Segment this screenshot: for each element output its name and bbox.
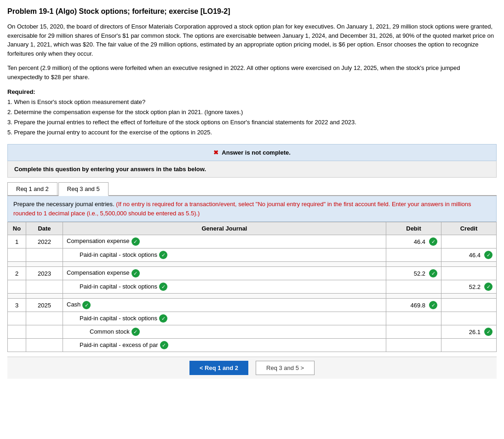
row-number	[8, 248, 26, 262]
row-number	[8, 339, 26, 352]
table-row: Paid-in capital - stock options✓	[8, 312, 497, 325]
journal-entry-account[interactable]: Compensation expense✓	[63, 235, 386, 248]
col-header-journal: General Journal	[63, 222, 386, 235]
debit-value[interactable]	[386, 248, 441, 262]
credit-value[interactable]: 52.2✓	[441, 280, 497, 294]
table-row: 32025Cash✓469.8✓	[8, 299, 497, 312]
journal-table: No Date General Journal Debit Credit 120…	[7, 222, 497, 352]
required-label: Required:	[7, 88, 35, 95]
journal-entry-account[interactable]: Paid-in capital - stock options✓	[63, 248, 386, 262]
journal-entry-account[interactable]: Cash✓	[63, 299, 386, 312]
table-row: Paid-in capital - stock options✓46.4✓	[8, 248, 497, 262]
answer-banner-text: Answer is not complete.	[222, 149, 291, 156]
tab-req-3-5[interactable]: Req 3 and 5	[58, 182, 109, 196]
row-date	[26, 325, 63, 339]
credit-value[interactable]: 26.1✓	[441, 325, 497, 339]
scenario-paragraph: Ten percent (2.9 million) of the options…	[7, 64, 497, 81]
req-1: 1. When is Ensor's stock option measurem…	[7, 98, 145, 105]
journal-check-icon: ✓	[132, 328, 140, 336]
error-icon: ✖	[213, 149, 218, 156]
nav-buttons: < Req 1 and 2 Req 3 and 5 >	[7, 357, 497, 379]
table-header-row: No Date General Journal Debit Credit	[8, 222, 497, 235]
req-3: 3. Prepare the journal entries to reflec…	[7, 119, 356, 126]
debit-check-icon: ✓	[429, 301, 437, 309]
debit-value[interactable]: 52.2✓	[386, 267, 441, 280]
credit-value[interactable]	[441, 339, 497, 352]
page-title: Problem 19-1 (Algo) Stock options; forfe…	[7, 7, 497, 16]
req-2: 2. Determine the compensation expense fo…	[7, 109, 243, 116]
row-date: 2023	[26, 267, 63, 280]
separator-row	[8, 262, 497, 267]
row-date	[26, 280, 63, 294]
credit-value[interactable]	[441, 235, 497, 248]
credit-check-icon: ✓	[484, 328, 493, 336]
col-header-date: Date	[26, 222, 63, 235]
debit-value[interactable]	[386, 312, 441, 325]
complete-instruction: Complete this question by entering your …	[7, 161, 497, 178]
row-date: 2022	[26, 235, 63, 248]
credit-check-icon: ✓	[484, 283, 493, 291]
row-date	[26, 339, 63, 352]
table-row: Paid-in capital - stock options✓52.2✓	[8, 280, 497, 294]
journal-check-icon: ✓	[159, 314, 167, 323]
journal-check-icon: ✓	[159, 251, 167, 259]
journal-check-icon: ✓	[160, 341, 168, 349]
debit-value[interactable]: 469.8✓	[386, 299, 441, 312]
table-row: Common stock✓26.1✓	[8, 325, 497, 339]
debit-value[interactable]	[386, 339, 441, 352]
debit-value[interactable]	[386, 325, 441, 339]
credit-check-icon: ✓	[484, 251, 493, 259]
separator-row	[8, 294, 497, 299]
debit-check-icon: ✓	[429, 269, 437, 277]
credit-value[interactable]	[441, 267, 497, 280]
prev-button[interactable]: < Req 1 and 2	[189, 361, 248, 375]
row-number: 3	[8, 299, 26, 312]
col-header-no: No	[8, 222, 26, 235]
journal-entry-account[interactable]: Compensation expense✓	[63, 267, 386, 280]
instructions-black: Prepare the necessary journal entries.	[13, 201, 115, 208]
req-5: 5. Prepare the journal entry to account …	[7, 129, 212, 136]
table-row: 12022Compensation expense✓46.4✓	[8, 235, 497, 248]
col-header-credit: Credit	[441, 222, 497, 235]
col-header-debit: Debit	[386, 222, 441, 235]
journal-entry-account[interactable]: Paid-in capital - stock options✓	[63, 280, 386, 294]
row-date	[26, 248, 63, 262]
credit-value[interactable]	[441, 299, 497, 312]
tabs-container: Req 1 and 2 Req 3 and 5	[7, 182, 497, 196]
table-row: 22023Compensation expense✓52.2✓	[8, 267, 497, 280]
row-number	[8, 280, 26, 294]
journal-check-icon: ✓	[82, 301, 91, 309]
instructions-box: Prepare the necessary journal entries. (…	[7, 196, 497, 222]
journal-entry-account[interactable]: Common stock✓	[63, 325, 386, 339]
debit-value[interactable]: 46.4✓	[386, 235, 441, 248]
answer-banner: ✖ Answer is not complete.	[7, 144, 497, 161]
next-button[interactable]: Req 3 and 5 >	[256, 361, 315, 375]
journal-entry-account[interactable]: Paid-in capital - excess of par✓	[63, 339, 386, 352]
row-date: 2025	[26, 299, 63, 312]
journal-entry-account[interactable]: Paid-in capital - stock options✓	[63, 312, 386, 325]
row-number	[8, 312, 26, 325]
row-number: 1	[8, 235, 26, 248]
credit-value[interactable]	[441, 312, 497, 325]
journal-check-icon: ✓	[159, 283, 167, 291]
journal-check-icon: ✓	[132, 237, 140, 246]
tab-req-1-2[interactable]: Req 1 and 2	[7, 182, 57, 195]
row-date	[26, 312, 63, 325]
credit-value[interactable]: 46.4✓	[441, 248, 497, 262]
required-section: Required: 1. When is Ensor's stock optio…	[7, 87, 497, 138]
row-number	[8, 325, 26, 339]
journal-check-icon: ✓	[132, 269, 140, 277]
intro-paragraph: On October 15, 2020, the board of direct…	[7, 22, 497, 58]
row-number: 2	[8, 267, 26, 280]
table-row: Paid-in capital - excess of par✓	[8, 339, 497, 352]
debit-check-icon: ✓	[429, 237, 437, 246]
debit-value[interactable]	[386, 280, 441, 294]
